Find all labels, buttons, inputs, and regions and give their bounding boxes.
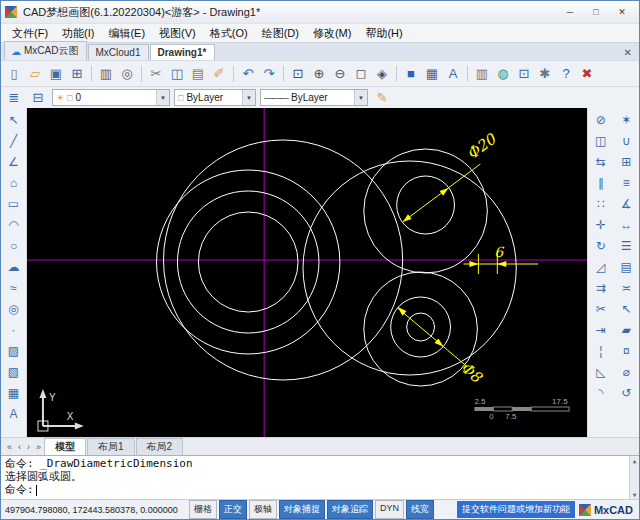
command-scrollbar[interactable]: ▲ ▼	[629, 456, 639, 499]
select-button[interactable]: ↖	[3, 110, 25, 130]
format-painter-button[interactable]: ✐	[209, 64, 229, 84]
point-button[interactable]: ∙	[3, 320, 25, 340]
zoom-extents-button[interactable]: ◻	[351, 64, 371, 84]
erase-button[interactable]: ⊘	[590, 110, 612, 130]
doc-tab-close-button[interactable]: ✕	[624, 47, 639, 60]
paste-button[interactable]: ▤	[188, 64, 208, 84]
color-picker-button[interactable]: ■	[401, 64, 421, 84]
command-prompt-line[interactable]: 命令:	[5, 483, 627, 496]
explode-button[interactable]: ✶	[615, 110, 637, 130]
menu-format[interactable]: 格式(O)	[203, 24, 255, 43]
print-button[interactable]: ▥	[96, 64, 116, 84]
copy-object-button[interactable]: ◫	[590, 131, 612, 151]
doc-tab-mxcad-cloud[interactable]: ☁MxCAD云图	[4, 41, 87, 60]
layout-nav-button-1[interactable]: ‹	[15, 442, 24, 452]
status-toggle-对象追踪[interactable]: 对象追踪	[327, 500, 373, 519]
break-button[interactable]: ¦	[590, 341, 612, 361]
scale-button[interactable]: ◿	[590, 257, 612, 277]
draw-style-button[interactable]: ✎	[372, 88, 392, 108]
status-toggle-线宽[interactable]: 线宽	[406, 500, 434, 519]
doc-tab-drawing1[interactable]: Drawing1*	[150, 44, 215, 60]
menu-file[interactable]: 文件(F)	[5, 24, 55, 43]
move-button[interactable]: ✛	[590, 215, 612, 235]
print-preview-button[interactable]: ◎	[117, 64, 137, 84]
group-button[interactable]: ⊞	[615, 152, 637, 172]
feedback-link[interactable]: 提交软件问题或增加新功能	[457, 501, 575, 518]
line-button[interactable]: ╱	[3, 131, 25, 151]
copy-button[interactable]: ◫	[167, 64, 187, 84]
fillet-button[interactable]: ◝	[590, 383, 612, 403]
pan-button[interactable]: ◈	[372, 64, 392, 84]
menu-draw[interactable]: 绘图(D)	[255, 24, 306, 43]
ellipse-button[interactable]: ◎	[3, 299, 25, 319]
redo-button[interactable]: ↷	[259, 64, 279, 84]
save-all-button[interactable]: ⊞	[67, 64, 87, 84]
chevron-down-icon[interactable]: ▼	[156, 90, 169, 105]
extend-button[interactable]: ⇥	[590, 320, 612, 340]
undo-button[interactable]: ↶	[238, 64, 258, 84]
properties-button[interactable]: ▤	[615, 257, 637, 277]
revcloud-button[interactable]: ☁	[3, 257, 25, 277]
rotate-button[interactable]: ↻	[590, 236, 612, 256]
command-window[interactable]: 命令: _DrawDiametricDimension选择圆弧或圆。 命令: ▲…	[1, 455, 639, 499]
open-button[interactable]: ▱	[25, 64, 45, 84]
area-button[interactable]: ▰	[615, 320, 637, 340]
maximize-button[interactable]: □	[583, 4, 609, 20]
cad-canvas-svg[interactable]: Φ206Φ82.517.507.5YX	[27, 108, 587, 437]
layout-tab-模型[interactable]: 模型	[44, 438, 86, 456]
doc-tab-mxcloud1[interactable]: MxCloud1	[88, 44, 149, 60]
circle-button[interactable]: ○	[3, 236, 25, 256]
color-select[interactable]: □ ByLayer ▼	[174, 89, 256, 106]
table-button[interactable]: ▦	[422, 64, 442, 84]
hatch-button[interactable]: ▨	[3, 341, 25, 361]
offset-button[interactable]: ∥	[590, 173, 612, 193]
text-button[interactable]: A	[443, 64, 463, 84]
status-toggle-极轴[interactable]: 极轴	[249, 500, 277, 519]
measure-angle-button[interactable]: ∡	[615, 194, 637, 214]
layout-nav-button-2[interactable]: ›	[24, 442, 33, 452]
purge-button[interactable]: ⌀	[615, 362, 637, 382]
stretch-button[interactable]: ⇉	[590, 278, 612, 298]
zoom-in-button[interactable]: ⊕	[309, 64, 329, 84]
menu-help[interactable]: 帮助(H)	[358, 24, 409, 43]
mtext-button[interactable]: A	[3, 404, 25, 424]
layer-state-button[interactable]: ⊟	[28, 88, 48, 108]
list-button[interactable]: ☰	[615, 236, 637, 256]
menu-edit[interactable]: 编辑(E)	[101, 24, 152, 43]
mirror-button[interactable]: ⇆	[590, 152, 612, 172]
insert-table-button[interactable]: ▦	[3, 383, 25, 403]
chevron-down-icon[interactable]: ▼	[354, 90, 367, 105]
layout-nav-button-3[interactable]: »	[33, 442, 44, 452]
status-toggle-对象捕捉[interactable]: 对象捕捉	[279, 500, 325, 519]
redraw-button[interactable]: ↺	[615, 383, 637, 403]
settings-button[interactable]: ✱	[535, 64, 555, 84]
quick-select-button[interactable]: ↖	[615, 299, 637, 319]
layout-nav-button-0[interactable]: «	[4, 442, 15, 452]
align-button[interactable]: ≡	[615, 173, 637, 193]
menu-view[interactable]: 视图(V)	[152, 24, 203, 43]
cut-button[interactable]: ✂	[146, 64, 166, 84]
distance-button[interactable]: ↔	[615, 215, 637, 235]
polygon-button[interactable]: ⌂	[3, 173, 25, 193]
match-properties-button[interactable]: ≍	[615, 278, 637, 298]
new-button[interactable]: ▯	[4, 64, 24, 84]
title-bar[interactable]: CAD梦想画图(6.1.20220304)<游客> - Drawing1* ─ …	[1, 1, 639, 23]
minimize-button[interactable]: ─	[557, 4, 583, 20]
status-toggle-正交[interactable]: 正交	[219, 500, 247, 519]
linetype-select[interactable]: ——— ByLayer ▼	[260, 89, 368, 106]
polyline-button[interactable]: ∠	[3, 152, 25, 172]
help-button[interactable]: ?	[556, 64, 576, 84]
layout-tab-布局1[interactable]: 布局1	[87, 438, 135, 456]
zoom-window-button[interactable]: ⊡	[288, 64, 308, 84]
layer-select[interactable]: ☀ □ 0 ▼	[52, 89, 170, 106]
exit-button[interactable]: ✖	[577, 64, 597, 84]
status-toggle-DYN[interactable]: DYN	[375, 500, 404, 519]
region-button[interactable]: ▧	[3, 362, 25, 382]
chamfer-button[interactable]: ◺	[590, 362, 612, 382]
plot-button[interactable]: ▥	[472, 64, 492, 84]
layer-manager-button[interactable]: ≣	[4, 88, 24, 108]
fullscreen-button[interactable]: ⊡	[514, 64, 534, 84]
zoom-out-button[interactable]: ⊖	[330, 64, 350, 84]
save-button[interactable]: ▣	[46, 64, 66, 84]
drawing-canvas[interactable]: Φ206Φ82.517.507.5YX	[27, 108, 587, 437]
